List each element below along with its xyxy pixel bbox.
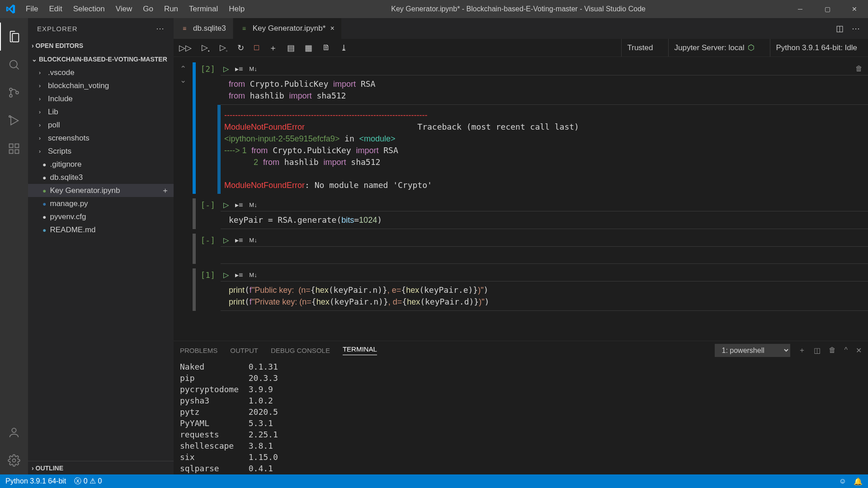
tree-item--gitignore[interactable]: ●.gitignore [28, 158, 174, 171]
notebook-cell[interactable]: [1]▷▸≡M↓print(f"Public key: (n={hex(keyP… [174, 268, 868, 311]
maximize-button[interactable]: ▢ [814, 0, 841, 18]
notebook-cell[interactable]: [-]▷▸≡M↓keyPair = RSA.generate(bits=1024… [174, 198, 868, 229]
collapse-down-icon[interactable]: ⌄ [180, 75, 186, 85]
minimize-button[interactable]: ─ [787, 0, 814, 18]
notebook-cell[interactable]: [-]▷▸≡M↓ [174, 234, 868, 264]
tree-item-pyvenv-cfg[interactable]: ●pyvenv.cfg [28, 210, 174, 223]
explorer-icon[interactable] [0, 23, 28, 51]
terminal-output[interactable]: Naked 0.1.31 pip 20.3.3 pycryptodome 3.9… [174, 359, 868, 474]
delete-cell-icon[interactable]: 🗑 [855, 65, 863, 73]
svg-rect-8 [9, 150, 13, 153]
new-terminal-icon[interactable]: ＋ [798, 346, 806, 355]
outline-section[interactable]: › OUTLINE [28, 461, 174, 474]
cell-code[interactable]: print(f"Public key: (n={hex(keyPair.n)},… [221, 281, 868, 311]
tree-item-lib[interactable]: ›Lib [28, 105, 174, 118]
run-cell-icon[interactable]: ▷ [223, 65, 229, 73]
run-below-icon[interactable]: ▷▫ [220, 42, 228, 53]
markdown-icon[interactable]: M↓ [249, 66, 257, 72]
jupyter-server-status[interactable]: Jupyter Server: local ⬡ [668, 39, 760, 56]
tree-item-manage-py[interactable]: ●manage.py [28, 197, 174, 210]
run-line-icon[interactable]: ▸≡ [235, 271, 243, 279]
menu-edit[interactable]: Edit [43, 5, 67, 14]
cell-code[interactable]: from Crypto.PublicKey import RSA from ha… [221, 75, 868, 105]
run-debug-icon[interactable] [0, 107, 28, 135]
maximize-panel-icon[interactable]: ^ [844, 346, 848, 354]
source-control-icon[interactable] [0, 79, 28, 107]
run-line-icon[interactable]: ▸≡ [235, 201, 243, 209]
data-viewer-icon[interactable]: ▦ [305, 43, 312, 53]
notebook-toolbar: ▷▷ ▷▪ ▷▫ ↻ □ ＋ ▤ ▦ 🗎 ⤓ Trusted Jupyter S… [174, 39, 868, 57]
tree-item--vscode[interactable]: ›.vscode [28, 66, 174, 79]
panel-tab-output[interactable]: OUTPUT [230, 347, 258, 354]
python-kernel-status[interactable]: Python 3.9.1 64-bit: Idle [770, 39, 863, 56]
close-button[interactable]: ✕ [841, 0, 868, 18]
restart-icon[interactable]: ↻ [237, 43, 244, 53]
tree-item-poll[interactable]: ›poll [28, 118, 174, 131]
extensions-icon[interactable] [0, 135, 28, 163]
tree-item-scripts[interactable]: ›Scripts [28, 145, 174, 158]
menu-view[interactable]: View [110, 5, 138, 14]
status-feedback-icon[interactable]: ☺ [839, 477, 846, 485]
tab-db-sqlite[interactable]: ≡ db.sqlite3 [174, 18, 233, 39]
close-tab-icon[interactable]: × [330, 24, 334, 33]
run-cell-icon[interactable]: ▷ [223, 271, 229, 279]
trusted-status[interactable]: Trusted [621, 39, 658, 56]
menu-selection[interactable]: Selection [68, 5, 110, 14]
status-bar: Python 3.9.1 64-bit ⓧ 0 ⚠ 0 ☺ 🔔 [0, 474, 868, 488]
settings-icon[interactable] [0, 446, 28, 474]
close-panel-icon[interactable]: ✕ [856, 346, 862, 355]
run-line-icon[interactable]: ▸≡ [235, 236, 243, 244]
search-icon[interactable] [0, 51, 28, 79]
tab-key-generator[interactable]: ≡ Key Generator.ipynb* × [233, 18, 342, 39]
cell-prompt: [-] [196, 198, 221, 229]
notebook-editor[interactable]: ⌃⌄[2]▷▸≡M↓🗑from Crypto.PublicKey import … [174, 57, 868, 341]
panel-tab-terminal[interactable]: TERMINAL [343, 345, 377, 355]
kill-terminal-icon[interactable]: 🗑 [829, 346, 836, 354]
interrupt-icon[interactable]: □ [254, 43, 259, 52]
svg-point-3 [9, 94, 12, 97]
save-icon[interactable]: 🗎 [322, 43, 330, 52]
run-line-icon[interactable]: ▸≡ [235, 65, 243, 73]
export-icon[interactable]: ⤓ [340, 43, 347, 53]
status-python[interactable]: Python 3.9.1 64-bit [5, 477, 66, 485]
menu-run[interactable]: Run [159, 5, 184, 14]
run-above-icon[interactable]: ▷▪ [202, 42, 210, 53]
tree-item-db-sqlite3[interactable]: ●db.sqlite3 [28, 171, 174, 184]
add-cell-icon[interactable]: ＋ [161, 185, 169, 196]
tree-item-screenshots[interactable]: ›screenshots [28, 131, 174, 145]
notebook-cell[interactable]: ⌃⌄[2]▷▸≡M↓🗑from Crypto.PublicKey import … [174, 62, 868, 194]
cell-code[interactable] [221, 246, 868, 264]
run-cell-icon[interactable]: ▷ [223, 236, 229, 244]
add-cell-icon[interactable]: ＋ [269, 42, 277, 53]
panel-tab-debug-console[interactable]: DEBUG CONSOLE [271, 347, 330, 354]
terminal-selector[interactable]: 1: powershell [715, 344, 790, 357]
split-editor-icon[interactable]: ◫ [836, 23, 844, 33]
status-errors[interactable]: ⓧ 0 ⚠ 0 [74, 477, 102, 486]
tree-item-key-generator-ipynb[interactable]: ●Key Generator.ipynb＋ [28, 184, 174, 197]
project-section[interactable]: ⌄ BLOCKCHAIN-BASED-E-VOTING-MASTER [28, 52, 174, 66]
split-terminal-icon[interactable]: ◫ [814, 346, 821, 355]
collapse-up-icon[interactable]: ⌃ [180, 64, 186, 74]
cell-code[interactable]: keyPair = RSA.generate(bits=1024) [221, 211, 868, 229]
variables-icon[interactable]: ▤ [287, 43, 295, 53]
menu-go[interactable]: Go [137, 5, 159, 14]
menu-terminal[interactable]: Terminal [184, 5, 223, 14]
explorer-more-icon[interactable]: ⋯ [156, 23, 165, 33]
run-all-icon[interactable]: ▷▷ [179, 43, 192, 53]
more-actions-icon[interactable]: ⋯ [852, 23, 860, 33]
markdown-icon[interactable]: M↓ [249, 237, 257, 244]
markdown-icon[interactable]: M↓ [249, 272, 257, 278]
tree-item-include[interactable]: ›Include [28, 92, 174, 105]
accounts-icon[interactable] [0, 418, 28, 446]
panel-tab-problems[interactable]: PROBLEMS [180, 347, 217, 354]
menu-file[interactable]: File [20, 5, 43, 14]
status-bell-icon[interactable]: 🔔 [854, 477, 863, 486]
activity-bar [0, 18, 28, 474]
markdown-icon[interactable]: M↓ [249, 202, 257, 208]
tree-item-blockchain-voting[interactable]: ›blockchain_voting [28, 79, 174, 92]
menu-help[interactable]: Help [223, 5, 250, 14]
titlebar: File Edit Selection View Go Run Terminal… [0, 0, 868, 18]
tree-item-readme-md[interactable]: ●README.md [28, 223, 174, 236]
open-editors-section[interactable]: › OPEN EDITORS [28, 39, 174, 52]
run-cell-icon[interactable]: ▷ [223, 201, 229, 209]
